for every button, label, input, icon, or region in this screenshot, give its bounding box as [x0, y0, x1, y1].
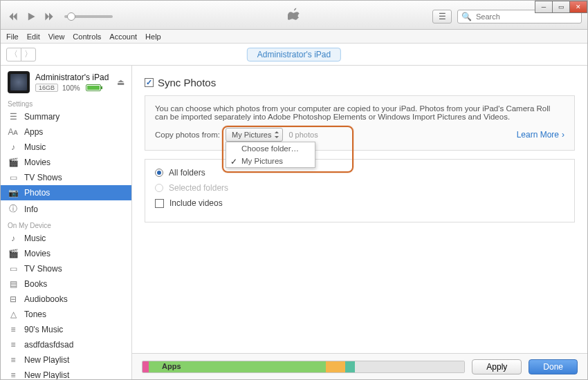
- sidebar: Administrator's iPad 16GB 100% ⏏ Setting…: [1, 66, 132, 379]
- playlist-icon: ≡: [8, 325, 19, 334]
- playlist-icon: ≡: [8, 355, 19, 365]
- sidebar-item-label: New Playlist: [24, 370, 69, 379]
- capacity-seg-free: [355, 361, 464, 372]
- capacity-label: Apps: [162, 362, 181, 370]
- folder-options-box: All folders Selected folders Include vid…: [145, 159, 575, 222]
- menu-item-view[interactable]: View: [48, 32, 65, 41]
- menu-item-help[interactable]: Help: [145, 32, 161, 41]
- done-button[interactable]: Done: [529, 359, 578, 374]
- playlist-icon: ≡: [8, 370, 19, 379]
- footer-bar: Apps Apply Done: [132, 353, 587, 379]
- maximize-button[interactable]: ▭: [552, 1, 570, 13]
- nav-back-button[interactable]: 〈: [6, 48, 21, 61]
- sidebar-item-label: TV Shows: [24, 264, 62, 274]
- music-icon: ♪: [8, 234, 19, 243]
- sidebar-item-label: New Playlist: [24, 355, 69, 365]
- sidebar-section-settings: Settings: [1, 96, 131, 109]
- highlight-annotation: [222, 126, 353, 173]
- info-box: You can choose which photos from your co…: [145, 95, 575, 151]
- sidebar-item-new-playlist[interactable]: ≡New Playlist: [1, 352, 131, 368]
- sidebar-section-ondevice: On My Device: [1, 218, 131, 231]
- sidebar-item-music[interactable]: ♪Music: [1, 140, 131, 155]
- sidebar-item-new-playlist[interactable]: ≡New Playlist: [1, 368, 131, 379]
- window-controls: ─ ▭ ✕: [535, 1, 587, 13]
- device-header: Administrator's iPad 16GB 100% ⏏: [1, 66, 131, 96]
- sidebar-item-summary[interactable]: ☰Summary: [1, 109, 131, 124]
- app-window: ─ ▭ ✕ ☰ 🔍 FileEditViewControlsAccountHel…: [0, 0, 588, 380]
- sidebar-item-label: Audiobooks: [24, 294, 68, 304]
- nav-forward-button[interactable]: 〉: [21, 48, 36, 61]
- capacity-seg-other: [326, 361, 345, 372]
- sidebar-item-label: Apps: [24, 127, 43, 137]
- sidebar-item-movies[interactable]: 🎬Movies: [1, 155, 131, 170]
- volume-slider[interactable]: [64, 15, 113, 18]
- sync-photos-header: Sync Photos: [132, 66, 587, 95]
- eject-button[interactable]: ⏏: [117, 77, 125, 87]
- sidebar-item-label: Movies: [24, 249, 50, 258]
- sidebar-item-tones[interactable]: △Tones: [1, 307, 131, 322]
- sub-header: 〈 〉 Administrator's iPad: [1, 44, 587, 66]
- info-text: You can choose which photos from your co…: [155, 104, 564, 121]
- list-view-button[interactable]: ☰: [432, 10, 452, 23]
- capacity-seg-audio: [143, 361, 149, 372]
- device-name: Administrator's iPad: [35, 73, 111, 82]
- sidebar-item-label: Movies: [24, 158, 50, 167]
- minimize-button[interactable]: ─: [535, 1, 553, 13]
- sidebar-item-90-s-music[interactable]: ≡90's Music: [1, 322, 131, 337]
- close-button[interactable]: ✕: [569, 1, 587, 13]
- sidebar-item-asdfdasfdsad[interactable]: ≡asdfdasfdsad: [1, 337, 131, 352]
- include-videos-checkbox[interactable]: [155, 199, 164, 208]
- sidebar-item-label: Summary: [24, 112, 59, 122]
- learn-more-link[interactable]: Learn More›: [517, 130, 564, 140]
- radio-selected-folders: [155, 184, 163, 192]
- sidebar-item-info[interactable]: ⓘInfo: [1, 200, 131, 218]
- battery-icon: [86, 84, 101, 91]
- sidebar-item-label: Info: [24, 205, 38, 214]
- photos-icon: 📷: [8, 188, 19, 198]
- opt-include-videos[interactable]: Include videos: [155, 198, 564, 208]
- apply-button[interactable]: Apply: [472, 359, 522, 374]
- sidebar-item-apps[interactable]: AᴀApps: [1, 124, 131, 140]
- tones-icon: △: [8, 310, 19, 319]
- device-pill[interactable]: Administrator's iPad: [247, 48, 341, 61]
- apps-icon: Aᴀ: [8, 127, 19, 137]
- menu-item-file[interactable]: File: [6, 32, 19, 41]
- sidebar-item-movies[interactable]: 🎬Movies: [1, 246, 131, 261]
- battery-percent: 100%: [62, 84, 80, 92]
- device-capacity-badge: 16GB: [35, 84, 58, 92]
- info-icon: ⓘ: [8, 203, 19, 215]
- menu-item-edit[interactable]: Edit: [27, 32, 40, 41]
- sidebar-item-label: Music: [24, 142, 46, 152]
- prev-track-button[interactable]: [6, 10, 20, 23]
- menu-bar: FileEditViewControlsAccountHelp: [1, 30, 587, 44]
- menu-item-account[interactable]: Account: [109, 32, 137, 41]
- chevron-right-icon: ›: [562, 130, 564, 140]
- sidebar-item-photos[interactable]: 📷Photos: [1, 185, 131, 200]
- copy-from-label: Copy photos from:: [155, 131, 220, 139]
- sidebar-item-label: Books: [24, 279, 47, 289]
- sync-photos-checkbox[interactable]: [145, 78, 154, 87]
- player-toolbar: ☰ 🔍: [1, 1, 587, 30]
- radio-all-folders[interactable]: [155, 169, 163, 177]
- sidebar-item-tv-shows[interactable]: ▭TV Shows: [1, 170, 131, 185]
- opt-all-folders[interactable]: All folders: [155, 168, 564, 178]
- sidebar-item-tv-shows[interactable]: ▭TV Shows: [1, 261, 131, 276]
- sidebar-item-label: asdfdasfdsad: [24, 340, 73, 350]
- content-pane: Sync Photos You can choose which photos …: [132, 66, 587, 379]
- sidebar-item-label: TV Shows: [24, 173, 62, 182]
- play-button[interactable]: [24, 10, 38, 23]
- movies-icon: 🎬: [8, 158, 19, 167]
- sidebar-item-label: Music: [24, 234, 46, 243]
- sidebar-item-music[interactable]: ♪Music: [1, 231, 131, 246]
- apple-logo-icon: [288, 7, 300, 23]
- sidebar-item-label: Photos: [24, 188, 50, 198]
- next-track-button[interactable]: [42, 10, 56, 23]
- books-icon: ▤: [8, 279, 19, 289]
- capacity-seg-other2: [345, 361, 355, 372]
- summary-icon: ☰: [8, 112, 19, 122]
- sidebar-item-books[interactable]: ▤Books: [1, 276, 131, 292]
- sync-photos-label: Sync Photos: [158, 77, 216, 88]
- menu-item-controls[interactable]: Controls: [73, 32, 101, 41]
- sidebar-item-audiobooks[interactable]: ⊟Audiobooks: [1, 292, 131, 307]
- search-icon: 🔍: [461, 12, 472, 21]
